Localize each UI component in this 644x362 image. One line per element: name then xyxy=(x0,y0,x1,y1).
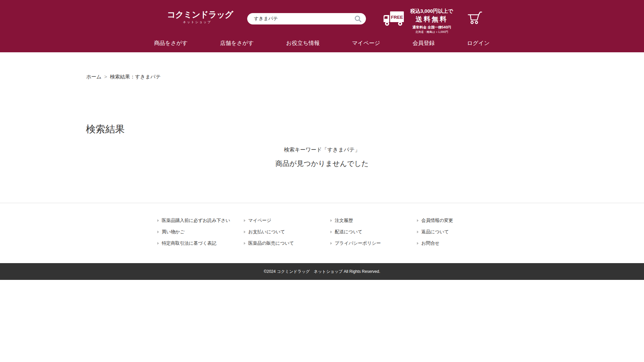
breadcrumb-current: 検索結果：すきまパテ xyxy=(110,74,161,79)
footer-link-label: お問合せ xyxy=(421,240,440,246)
nav-item-info[interactable]: お役立ち情報 xyxy=(286,40,320,47)
footer-link[interactable]: 注文履歴 xyxy=(330,217,417,224)
footer-column-1: 医薬品購入前に必ずお読み下さい 買い物かご 特定商取引法に基づく表記 xyxy=(157,217,244,251)
footer-link-label: 会員情報の変更 xyxy=(421,218,453,224)
footer-link[interactable]: プライバシーポリシー xyxy=(330,240,417,247)
nav-item-mypage[interactable]: マイページ xyxy=(352,40,380,47)
chevron-right-icon xyxy=(244,231,246,233)
footer-link-label: 買い物かご xyxy=(162,229,184,235)
shipping-line1: 税込3,000円以上で xyxy=(407,8,457,14)
cart-button[interactable] xyxy=(468,11,482,26)
chevron-right-icon xyxy=(417,242,419,245)
footer-link-label: お支払いについて xyxy=(248,229,285,235)
chevron-right-icon xyxy=(157,242,159,245)
footer-link[interactable]: 配送について xyxy=(330,229,417,235)
footer-link[interactable]: 特定商取引法に基づく表記 xyxy=(157,240,244,247)
search-button[interactable] xyxy=(354,15,366,23)
footer-column-3: 注文履歴 配送について プライバシーポリシー xyxy=(330,217,417,251)
footer-link[interactable]: マイページ xyxy=(244,217,330,224)
nav-item-login[interactable]: ログイン xyxy=(467,40,490,47)
footer-link-label: 医薬品購入前に必ずお読み下さい xyxy=(162,218,230,224)
chevron-right-icon xyxy=(244,219,246,222)
logo-subtitle: ネットショップ xyxy=(167,20,227,24)
shopping-cart-icon xyxy=(468,11,482,25)
search-input[interactable] xyxy=(247,16,354,21)
free-shipping-banner: FREE 税込3,000円以上で 送料無料 通常料金 全国一律540円 北海道・… xyxy=(383,8,457,34)
chevron-right-icon xyxy=(157,219,159,222)
logo[interactable]: コクミンドラッグ ネットショップ xyxy=(167,9,227,24)
chevron-right-icon xyxy=(157,231,159,233)
search-icon xyxy=(354,15,362,23)
breadcrumb: ホーム>検索結果：すきまパテ xyxy=(86,74,161,80)
page: コクミンドラッグ ネットショップ FREE xyxy=(0,0,644,362)
copyright-bar: ©2024 コクミンドラッグ ネットショップ All Rights Reserv… xyxy=(0,263,644,280)
footer-link-label: 医薬品の販売について xyxy=(248,240,294,246)
footer-link-label: マイページ xyxy=(248,218,271,224)
footer-link[interactable]: お支払いについて xyxy=(244,229,330,235)
copyright-text: ©2024 コクミンドラッグ ネットショップ All Rights Reserv… xyxy=(264,269,380,275)
nav-item-register[interactable]: 会員登録 xyxy=(413,40,435,47)
footer-link[interactable]: 買い物かご xyxy=(157,229,244,235)
chevron-right-icon xyxy=(417,231,419,233)
footer-column-4: 会員情報の変更 返品について お問合せ xyxy=(417,217,503,251)
search-form xyxy=(247,13,366,24)
shipping-text: 税込3,000円以上で 送料無料 通常料金 全国一律540円 北海道・離島は＋1… xyxy=(407,8,457,34)
footer-link[interactable]: 会員情報の変更 xyxy=(417,217,503,224)
footer-link-label: プライバシーポリシー xyxy=(335,240,381,246)
breadcrumb-separator: > xyxy=(104,74,107,79)
shipping-line4: 北海道・離島は＋1,000円 xyxy=(407,30,457,34)
chevron-right-icon xyxy=(330,219,332,222)
truck-free-icon: FREE xyxy=(383,11,405,28)
free-label: FREE xyxy=(391,15,403,20)
footer-link-label: 注文履歴 xyxy=(335,218,353,224)
logo-text: コクミンドラッグ xyxy=(167,9,227,19)
nav-item-products[interactable]: 商品をさがす xyxy=(154,40,188,47)
chevron-right-icon xyxy=(330,242,332,245)
footer-link-label: 配送について xyxy=(335,229,362,235)
nav-item-stores[interactable]: 店舗をさがす xyxy=(220,40,254,47)
page-title: 検索結果 xyxy=(86,123,125,136)
site-header: コクミンドラッグ ネットショップ FREE xyxy=(0,0,644,52)
shipping-line2: 送料無料 xyxy=(407,15,457,24)
chevron-right-icon xyxy=(417,219,419,222)
breadcrumb-home-link[interactable]: ホーム xyxy=(86,74,102,79)
footer-link-label: 返品について xyxy=(421,229,449,235)
search-keyword-line: 検索キーワード「すきまパテ」 xyxy=(0,146,644,154)
chevron-right-icon xyxy=(330,231,332,233)
footer-links: 医薬品購入前に必ずお読み下さい 買い物かご 特定商取引法に基づく表記 マイページ… xyxy=(0,203,644,251)
no-results-message: 商品が見つかりませんでした xyxy=(0,159,644,168)
main-nav: 商品をさがす 店舗をさがす お役立ち情報 マイページ 会員登録 ログイン xyxy=(154,40,490,47)
chevron-right-icon xyxy=(244,242,246,245)
footer-column-2: マイページ お支払いについて 医薬品の販売について xyxy=(244,217,330,251)
footer-link-label: 特定商取引法に基づく表記 xyxy=(162,240,216,246)
footer-link[interactable]: 医薬品購入前に必ずお読み下さい xyxy=(157,217,244,224)
footer-link[interactable]: お問合せ xyxy=(417,240,503,247)
shipping-line3: 通常料金 全国一律540円 xyxy=(407,25,457,30)
footer-link[interactable]: 医薬品の販売について xyxy=(244,240,330,247)
footer-link[interactable]: 返品について xyxy=(417,229,503,235)
